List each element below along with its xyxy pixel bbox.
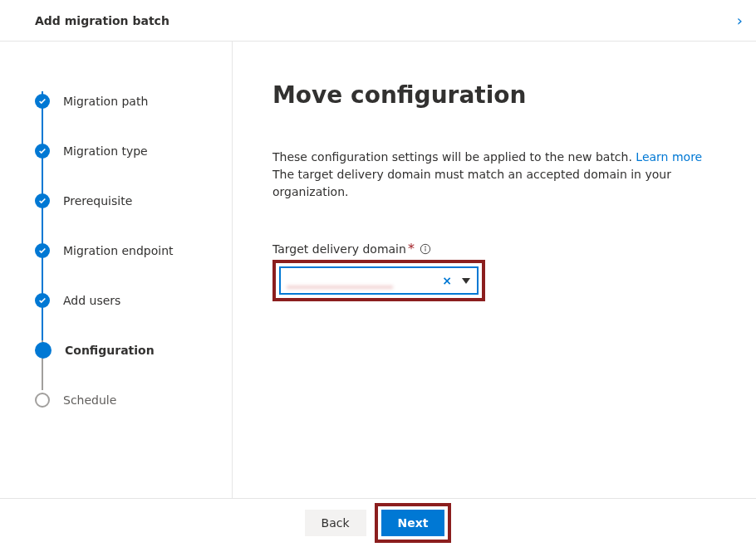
header-bar: Add migration batch › bbox=[0, 0, 756, 42]
step-prerequisite[interactable]: Prerequisite bbox=[35, 176, 218, 226]
main-body: Migration path Migration type Prerequisi… bbox=[0, 42, 756, 498]
checkmark-icon bbox=[35, 293, 50, 308]
step-migration-path[interactable]: Migration path bbox=[35, 76, 218, 126]
step-migration-endpoint[interactable]: Migration endpoint bbox=[35, 226, 218, 276]
header-chevron-icon[interactable]: › bbox=[737, 12, 743, 29]
learn-more-link[interactable]: Learn more bbox=[636, 150, 702, 164]
clear-icon[interactable]: × bbox=[437, 274, 457, 287]
highlight-box: × bbox=[272, 260, 485, 301]
target-domain-dropdown[interactable]: × bbox=[279, 266, 479, 295]
wizard-sidebar: Migration path Migration type Prerequisi… bbox=[0, 42, 233, 498]
desc-line-2: The target delivery domain must match an… bbox=[272, 168, 671, 198]
desc-line-1: These configuration settings will be app… bbox=[272, 150, 636, 164]
highlight-box: Next bbox=[375, 503, 452, 543]
pending-step-indicator bbox=[35, 393, 50, 408]
step-schedule[interactable]: Schedule bbox=[35, 375, 218, 425]
checkmark-icon bbox=[35, 144, 50, 159]
next-button[interactable]: Next bbox=[381, 510, 445, 536]
description-text: These configuration settings will be app… bbox=[272, 149, 723, 201]
header-title: Add migration batch bbox=[35, 14, 169, 27]
info-icon[interactable] bbox=[420, 243, 431, 255]
content-area: Move configuration These configuration s… bbox=[233, 42, 756, 498]
step-label: Prerequisite bbox=[63, 194, 132, 208]
step-label: Migration type bbox=[63, 144, 148, 158]
page-title: Move configuration bbox=[272, 81, 723, 109]
step-add-users[interactable]: Add users bbox=[35, 276, 218, 325]
current-step-indicator bbox=[35, 342, 52, 359]
step-migration-type[interactable]: Migration type bbox=[35, 126, 218, 176]
checkmark-icon bbox=[35, 243, 50, 258]
checkmark-icon bbox=[35, 193, 50, 208]
back-button[interactable]: Back bbox=[305, 510, 366, 536]
target-domain-field: Target delivery domain * × bbox=[272, 241, 723, 301]
step-configuration[interactable]: Configuration bbox=[35, 325, 218, 375]
dropdown-value bbox=[287, 273, 437, 288]
step-list: Migration path Migration type Prerequisi… bbox=[35, 76, 218, 425]
chevron-down-icon[interactable] bbox=[462, 278, 470, 284]
field-label-row: Target delivery domain * bbox=[272, 241, 723, 256]
svg-point-2 bbox=[425, 246, 425, 247]
step-label: Schedule bbox=[63, 393, 116, 407]
step-label: Configuration bbox=[65, 344, 155, 357]
required-asterisk: * bbox=[408, 241, 415, 256]
step-label: Add users bbox=[63, 294, 120, 307]
step-label: Migration path bbox=[63, 95, 148, 108]
field-label: Target delivery domain bbox=[272, 242, 406, 256]
step-label: Migration endpoint bbox=[63, 244, 174, 257]
checkmark-icon bbox=[35, 94, 50, 109]
footer-bar: Back Next bbox=[0, 498, 756, 547]
